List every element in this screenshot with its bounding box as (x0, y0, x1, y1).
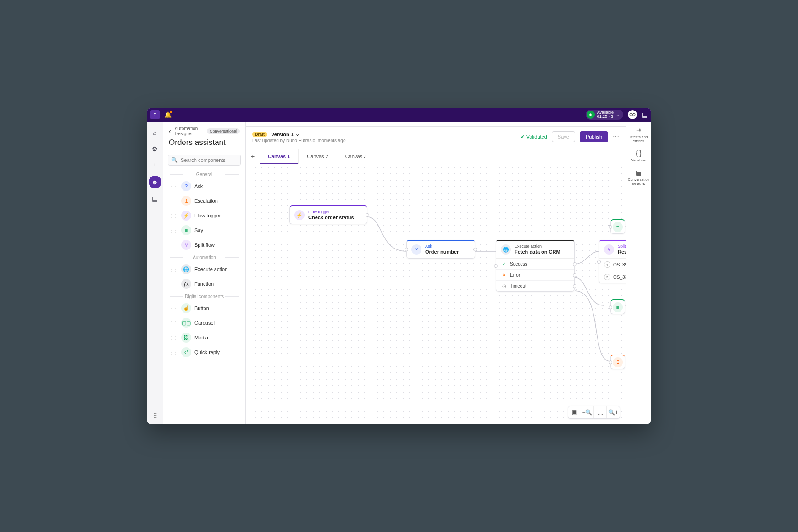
say-icon: ≡ (613, 222, 623, 232)
component-carousel[interactable]: ⋮⋮▢▢Carousel (163, 316, 245, 330)
conversation-defaults-button[interactable]: ▦Conversation defaults (627, 169, 650, 186)
component-split-flow[interactable]: ⋮⋮⑂Split flow (163, 238, 245, 252)
nav-settings-icon[interactable]: ⚙ (149, 143, 161, 155)
nav-apps-icon[interactable]: ⠿ (153, 412, 157, 420)
variables-icon: { } (636, 150, 642, 157)
search-icon: 🔍 (171, 157, 178, 163)
node-title: Check order status (308, 215, 354, 220)
nav-library-icon[interactable]: ▤ (149, 192, 161, 205)
version-selector[interactable]: Version 1⌄ (271, 131, 299, 137)
node-ask[interactable]: ? Ask Order number (406, 240, 475, 259)
availability-pill[interactable]: ◈ Available 01:25:43 ⌄ (586, 110, 623, 120)
top-bar: t 🔔 ◈ Available 01:25:43 ⌄ CO ▤ (147, 108, 651, 122)
tab-canvas-3[interactable]: Canvas 3 (337, 149, 375, 164)
node-type-label: Execute action (515, 244, 560, 249)
chevron-down-icon: ⌄ (295, 131, 299, 137)
node-title: Order number (425, 249, 459, 255)
validation-status: ✔Validated (521, 134, 547, 140)
drag-handle-icon: ⋮⋮ (169, 321, 178, 326)
zoom-out-button[interactable]: −🔍 (581, 406, 594, 418)
output-port[interactable] (473, 248, 477, 251)
check-icon: ✔ (521, 134, 525, 140)
search-input[interactable] (181, 157, 244, 163)
minimap-button[interactable]: ▣ (568, 406, 581, 418)
node-title: Fetch data on CRM (515, 249, 560, 255)
execute-action-icon: 🌐 (181, 264, 191, 274)
last-updated-text: Last updated by Nuno Eufrásio, moments a… (252, 138, 345, 143)
nav-chat-icon[interactable]: ☻ (149, 176, 161, 188)
component-say[interactable]: ⋮⋮≡Say (163, 223, 245, 238)
input-port[interactable] (405, 248, 408, 251)
outcome-error[interactable]: ✕Error (496, 269, 574, 280)
node-escalation-min[interactable]: ↥ (610, 355, 625, 369)
back-button[interactable]: ‹ (169, 127, 171, 135)
component-flow-trigger[interactable]: ⋮⋮⚡Flow trigger (163, 208, 245, 223)
output-port[interactable] (366, 213, 369, 217)
node-execute-action[interactable]: 🌐 Execute action Fetch data on CRM ✓Succ… (496, 240, 575, 292)
add-canvas-button[interactable]: + (246, 153, 260, 160)
input-port[interactable] (609, 305, 612, 309)
execute-action-icon: 🌐 (501, 244, 511, 255)
component-panel: ‹ Automation Designer Conversational Ord… (163, 122, 246, 424)
node-say-min-2[interactable]: ≡ (610, 299, 625, 314)
panel-toggle-icon[interactable]: ▤ (642, 111, 648, 118)
notifications-icon[interactable]: 🔔 (164, 111, 172, 118)
branch-number-badge: 2 (604, 274, 610, 280)
right-panel: ⇥Intents and entities { }Variables ▦Conv… (626, 122, 651, 424)
node-type-label: Ask (425, 244, 459, 249)
fullscreen-button[interactable]: ⛶ (594, 406, 607, 418)
user-avatar[interactable]: CO (628, 110, 637, 119)
node-type-label: Split flow (618, 244, 626, 249)
branch-number-badge: 1 (604, 261, 610, 268)
drag-handle-icon: ⋮⋮ (169, 267, 178, 272)
type-chip: Conversational (207, 128, 240, 134)
chevron-down-icon: ⌄ (616, 112, 620, 117)
node-say-min-1[interactable]: ≡ (610, 219, 625, 234)
component-escalation[interactable]: ⋮⋮↥Escalation (163, 194, 245, 208)
input-port[interactable] (609, 360, 612, 364)
ask-icon: ? (181, 181, 191, 191)
more-menu-icon[interactable]: ⋯ (613, 133, 619, 140)
tab-canvas-1[interactable]: Canvas 1 (260, 149, 299, 164)
zoom-in-button[interactable]: 🔍+ (607, 406, 620, 418)
save-button[interactable]: Save (552, 131, 575, 142)
node-split-flow[interactable]: ⑂ Split flow Results found 1OS_358 = Tru… (599, 240, 626, 283)
outcome-timeout[interactable]: ◷Timeout (496, 280, 574, 291)
node-flow-trigger[interactable]: ⚡ Flow trigger Check order status (289, 205, 367, 224)
page-title: Orders assistant (169, 138, 240, 147)
branch-1[interactable]: 1OS_358 = True (599, 259, 626, 271)
defaults-icon: ▦ (636, 169, 642, 176)
publish-button[interactable]: Publish (580, 131, 608, 142)
variables-button[interactable]: { }Variables (627, 150, 650, 162)
app-logo[interactable]: t (150, 110, 160, 119)
drag-handle-icon: ⋮⋮ (169, 282, 178, 287)
flow-trigger-icon: ⚡ (181, 211, 191, 221)
app-window: t 🔔 ◈ Available 01:25:43 ⌄ CO ▤ ⌂ ⚙ ⑂ ☻ … (147, 108, 651, 424)
canvas-tabs: + Canvas 1 Canvas 2 Canvas 3 (246, 149, 626, 164)
component-search[interactable]: 🔍 (168, 155, 241, 166)
output-port[interactable] (573, 284, 576, 288)
component-button[interactable]: ⋮⋮☝Button (163, 301, 245, 316)
drag-handle-icon: ⋮⋮ (169, 243, 178, 248)
media-icon: 🖼 (181, 332, 191, 343)
output-port[interactable] (573, 273, 576, 277)
input-port[interactable] (609, 225, 612, 229)
branch-2[interactable]: 2OS_338 = False (599, 271, 626, 283)
group-digital-label: Digital components (163, 291, 245, 301)
clock-icon: ◷ (501, 283, 507, 288)
component-quick-reply[interactable]: ⋮⋮⏎Quick reply (163, 345, 245, 360)
canvas[interactable]: ⚡ Flow trigger Check order status ? (246, 164, 626, 424)
canvas-edges (246, 164, 626, 424)
x-icon: ✕ (501, 272, 507, 277)
tab-canvas-2[interactable]: Canvas 2 (299, 149, 337, 164)
component-function[interactable]: ⋮⋮ƒxFunction (163, 277, 245, 291)
component-media[interactable]: ⋮⋮🖼Media (163, 330, 245, 345)
nav-home-icon[interactable]: ⌂ (149, 126, 161, 139)
group-automation-label: Automation (163, 252, 245, 262)
output-port[interactable] (573, 262, 576, 266)
component-ask[interactable]: ⋮⋮?Ask (163, 179, 245, 194)
nav-flow-icon[interactable]: ⑂ (149, 159, 161, 172)
component-execute-action[interactable]: ⋮⋮🌐Execute action (163, 262, 245, 277)
outcome-success[interactable]: ✓Success (496, 259, 574, 269)
intents-entities-button[interactable]: ⇥Intents and entities (627, 126, 650, 143)
